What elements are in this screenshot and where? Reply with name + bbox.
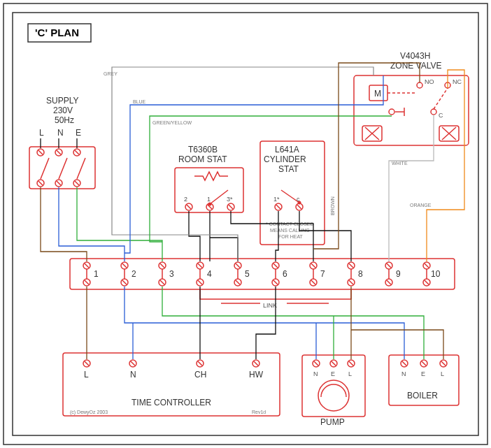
wire-cs-c xyxy=(299,211,351,261)
wirelabel-green: GREEN/YELLOW xyxy=(152,120,192,125)
svg-line-18 xyxy=(210,190,228,204)
svg-line-102 xyxy=(254,361,258,366)
roomstat-t3: 3* xyxy=(227,196,233,203)
svg-line-64 xyxy=(236,263,240,268)
wirelabel-grey: GREY xyxy=(104,71,118,76)
zvalve-model: V4043H xyxy=(400,51,430,61)
svg-line-104 xyxy=(314,361,318,366)
roomstat-model: T6360B xyxy=(188,145,218,154)
svg-line-98 xyxy=(131,361,135,366)
tc-ch: CH xyxy=(194,370,206,380)
boiler-n: N xyxy=(401,370,406,377)
svg-line-46 xyxy=(85,280,89,284)
wire-supply-l xyxy=(41,187,87,261)
term-1: 1 xyxy=(94,269,99,279)
svg-line-44 xyxy=(85,263,89,268)
svg-line-36 xyxy=(434,88,448,109)
svg-line-74 xyxy=(311,263,315,268)
svg-point-33 xyxy=(417,82,422,88)
svg-line-84 xyxy=(387,263,391,268)
term-6: 6 xyxy=(283,269,287,279)
zvalve-c: C xyxy=(439,112,443,119)
cylstat-label1: CYLINDER xyxy=(264,154,306,164)
svg-line-81 xyxy=(349,280,353,284)
zvalve-nc: NC xyxy=(453,78,462,85)
svg-line-59 xyxy=(198,263,202,268)
wirelabel-white: WHITE xyxy=(392,161,408,166)
svg-line-7 xyxy=(38,181,43,185)
wire-zv-grey xyxy=(112,67,373,98)
term-7: 7 xyxy=(320,269,325,279)
tc-n: N xyxy=(130,370,136,380)
svg-line-29 xyxy=(276,205,280,209)
term-2: 2 xyxy=(131,269,136,279)
term-9: 9 xyxy=(396,269,401,279)
svg-point-38 xyxy=(389,109,394,115)
svg-point-35 xyxy=(431,109,436,115)
wire-supply-n xyxy=(59,187,124,261)
supply-bottom-terminals xyxy=(37,180,80,187)
supply-label: SUPPLY xyxy=(46,96,78,106)
svg-line-14 xyxy=(77,158,85,179)
zvalve-m: M xyxy=(374,89,381,99)
svg-line-1 xyxy=(38,150,43,154)
svg-line-100 xyxy=(198,361,202,366)
term-10: 10 xyxy=(431,269,441,279)
tc-label: TIME CONTROLLER xyxy=(131,398,211,407)
term-3: 3 xyxy=(169,269,174,279)
svg-line-96 xyxy=(85,361,89,366)
boiler-l: L xyxy=(441,370,444,377)
svg-line-91 xyxy=(425,280,429,284)
pump-l: L xyxy=(348,370,352,377)
wire-rs-2 xyxy=(189,211,200,261)
svg-line-106 xyxy=(332,361,336,366)
svg-line-54 xyxy=(160,263,164,268)
svg-line-31 xyxy=(297,205,301,209)
term-4: 4 xyxy=(207,269,212,279)
svg-line-86 xyxy=(387,280,391,284)
supply-n: N xyxy=(57,128,64,138)
cylstat-tc: c xyxy=(297,196,300,203)
svg-line-108 xyxy=(349,361,353,366)
link-label: LINK xyxy=(263,302,277,309)
wire-zv-brown xyxy=(313,63,420,249)
term-8: 8 xyxy=(358,269,363,279)
cylstat-model: L641A xyxy=(275,145,299,154)
svg-line-79 xyxy=(349,263,353,268)
roomstat-label: ROOM STAT xyxy=(178,154,227,164)
cylstat-label2: STAT xyxy=(278,164,299,174)
copyright: (c) DewyOz 2003 xyxy=(70,410,108,415)
pump-box xyxy=(302,355,365,417)
svg-line-11 xyxy=(75,181,79,185)
wire-zv-orange xyxy=(427,70,464,261)
boiler-e: E xyxy=(421,370,425,377)
pump-n: N xyxy=(313,370,318,377)
diagram-title: 'C' PLAN xyxy=(35,27,79,38)
svg-line-69 xyxy=(273,263,278,268)
wirelabel-orange: ORANGE xyxy=(410,203,432,208)
boiler-label: BOILER xyxy=(407,391,438,400)
svg-line-21 xyxy=(187,205,191,209)
svg-line-113 xyxy=(422,361,426,366)
svg-line-49 xyxy=(122,263,127,268)
svg-line-25 xyxy=(229,205,233,209)
svg-line-61 xyxy=(198,280,202,284)
zvalve-no: NO xyxy=(425,78,434,85)
wirelabel-brown: BROWN xyxy=(330,196,335,215)
cylstat-note3: FOR HEAT xyxy=(278,234,304,239)
wire-cs-1 xyxy=(276,211,278,261)
roomstat-t1: 1 xyxy=(207,196,211,203)
svg-line-76 xyxy=(311,280,315,284)
svg-line-66 xyxy=(236,280,240,284)
svg-line-115 xyxy=(441,361,446,366)
svg-line-13 xyxy=(59,158,67,179)
svg-line-9 xyxy=(57,181,61,185)
wire-t2-n-bus xyxy=(124,287,404,359)
roomstat-t2: 2 xyxy=(184,196,187,203)
wire-zv-blue xyxy=(124,75,383,253)
supply-e: E xyxy=(76,128,81,138)
supply-l: L xyxy=(39,128,44,138)
svg-line-5 xyxy=(75,150,79,154)
supply-voltage: 230V xyxy=(53,106,73,115)
tc-hw: HW xyxy=(249,370,264,380)
